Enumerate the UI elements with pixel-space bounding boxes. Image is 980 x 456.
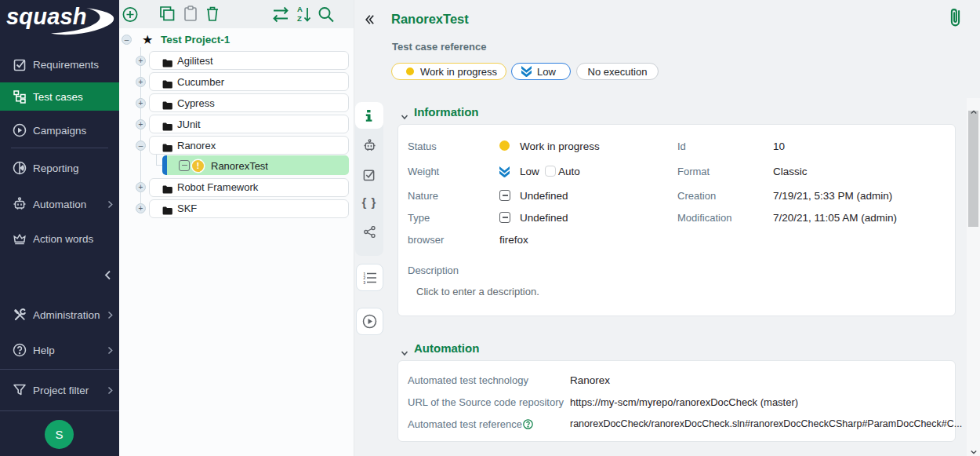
svg-text:3: 3 (363, 280, 365, 284)
svg-text:Z: Z (297, 14, 302, 23)
svg-text:1: 1 (363, 272, 365, 275)
svg-text:A: A (297, 5, 303, 13)
svg-text:squash: squash (6, 4, 87, 29)
svg-text:2: 2 (363, 276, 365, 280)
